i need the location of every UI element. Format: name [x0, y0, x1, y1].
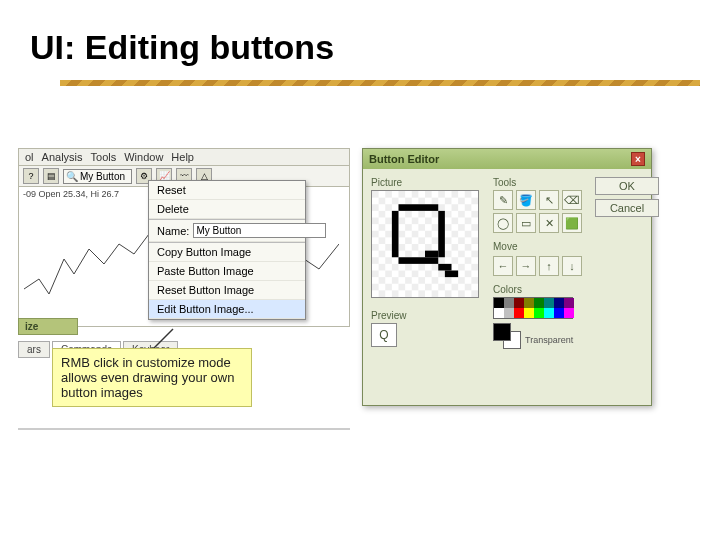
svg-rect-9 [425, 251, 438, 258]
chart-info-text: -09 Open 25.34, Hi 26.7 [23, 189, 119, 199]
menu-item[interactable]: Analysis [42, 151, 83, 163]
color-swatch[interactable] [534, 308, 544, 318]
fg-color-icon [493, 323, 511, 341]
colors-label: Colors [493, 284, 589, 295]
ctx-reset[interactable]: Reset [149, 181, 305, 200]
color-swatch[interactable] [514, 308, 524, 318]
dialog-buttons: OK Cancel [595, 177, 665, 347]
move-up-icon[interactable]: ↑ [539, 256, 559, 276]
ctx-name-row: Name: [149, 219, 305, 242]
menubar: ol Analysis Tools Window Help [18, 148, 350, 166]
slide-title: UI: Editing buttons [30, 28, 334, 67]
fillrect-tool-icon[interactable]: 🟩 [562, 213, 582, 233]
color-swatch[interactable] [564, 308, 574, 318]
svg-rect-11 [445, 271, 458, 278]
select-tool-icon[interactable]: ↖ [539, 190, 559, 210]
color-swatch[interactable] [524, 298, 534, 308]
cancel-button[interactable]: Cancel [595, 199, 659, 217]
picture-label: Picture [371, 177, 487, 188]
color-swatch[interactable] [554, 308, 564, 318]
color-swatch[interactable] [494, 298, 504, 308]
question-icon[interactable]: ? [23, 168, 39, 184]
tools-section: Tools ✎ 🪣 ↖ ⌫ ◯ ▭ ✕ 🟩 Move ← → ↑ ↓ Color… [493, 177, 589, 347]
color-swatch[interactable] [534, 298, 544, 308]
menu-item[interactable]: ol [25, 151, 34, 163]
pencil-tool-icon[interactable]: ✎ [493, 190, 513, 210]
ctx-name-label: Name: [157, 225, 189, 237]
color-swatch[interactable] [524, 308, 534, 318]
doc-icon[interactable]: ▤ [43, 168, 59, 184]
move-label: Move [493, 241, 589, 252]
picture-section: Picture Preview Q [371, 177, 487, 347]
fill-tool-icon[interactable]: 🪣 [516, 190, 536, 210]
app-screenshot: ol Analysis Tools Window Help ? ▤ 🔍 My B… [18, 148, 350, 430]
my-button-label: My Button [80, 171, 125, 182]
color-swatch[interactable] [504, 298, 514, 308]
tool-grid: ✎ 🪣 ↖ ⌫ ◯ ▭ ✕ 🟩 [493, 190, 589, 233]
color-swatch[interactable] [504, 308, 514, 318]
menu-item[interactable]: Window [124, 151, 163, 163]
fgbg-indicator[interactable] [493, 323, 521, 349]
move-grid: ← → ↑ ↓ [493, 256, 589, 276]
move-down-icon[interactable]: ↓ [562, 256, 582, 276]
color-swatch[interactable] [544, 298, 554, 308]
rect-tool-icon[interactable]: ▭ [516, 213, 536, 233]
title-underline [60, 80, 700, 86]
svg-rect-10 [438, 264, 451, 271]
svg-rect-5 [399, 204, 439, 211]
color-swatch[interactable] [554, 298, 564, 308]
ok-button[interactable]: OK [595, 177, 659, 195]
menu-item[interactable]: Help [171, 151, 194, 163]
color-swatch[interactable] [564, 298, 574, 308]
color-swatch[interactable] [514, 298, 524, 308]
transparent-label: Transparent [525, 335, 589, 345]
color-swatch[interactable] [494, 308, 504, 318]
preview-label: Preview [371, 310, 487, 321]
magnify-icon: 🔍 [66, 171, 78, 182]
customize-titlebar: ize [18, 318, 78, 335]
ellipse-tool-icon[interactable]: ◯ [493, 213, 513, 233]
tab-toolbars[interactable]: ars [18, 341, 50, 358]
svg-rect-8 [399, 257, 439, 264]
ctx-delete[interactable]: Delete [149, 200, 305, 219]
ctx-copy-image[interactable]: Copy Button Image [149, 242, 305, 262]
clear-tool-icon[interactable]: ✕ [539, 213, 559, 233]
ctx-name-input[interactable] [193, 223, 326, 238]
move-right-icon[interactable]: → [516, 256, 536, 276]
svg-rect-7 [438, 211, 445, 257]
button-editor-dialog: Button Editor × Picture [362, 148, 652, 406]
tools-label: Tools [493, 177, 589, 188]
ctx-edit-image[interactable]: Edit Button Image... [149, 300, 305, 319]
callout-note: RMB click in customize mode allows even … [52, 348, 252, 407]
pixel-canvas[interactable] [371, 190, 479, 298]
preview-box: Q [371, 323, 397, 347]
dialog-title: Button Editor [369, 153, 439, 165]
ctx-paste-image[interactable]: Paste Button Image [149, 262, 305, 281]
color-palette [493, 297, 573, 319]
erase-tool-icon[interactable]: ⌫ [562, 190, 582, 210]
move-left-icon[interactable]: ← [493, 256, 513, 276]
custom-my-button[interactable]: 🔍 My Button [63, 169, 132, 184]
dialog-titlebar: Button Editor × [363, 149, 651, 169]
svg-rect-6 [392, 211, 399, 257]
menu-item[interactable]: Tools [91, 151, 117, 163]
close-icon[interactable]: × [631, 152, 645, 166]
context-menu: Reset Delete Name: Copy Button Image Pas… [148, 180, 306, 320]
color-swatch[interactable] [544, 308, 554, 318]
ctx-reset-image[interactable]: Reset Button Image [149, 281, 305, 300]
